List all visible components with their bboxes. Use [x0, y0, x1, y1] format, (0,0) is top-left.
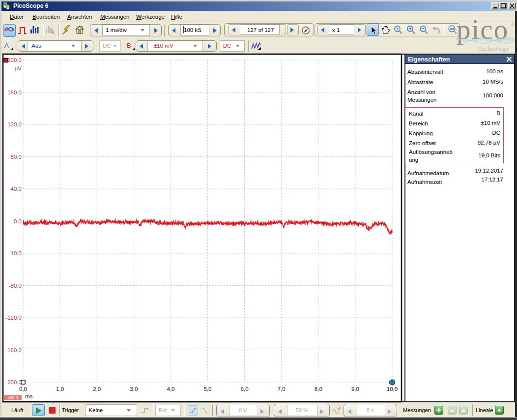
svg-text:5,0: 5,0: [204, 386, 212, 392]
svg-text:-80,0: -80,0: [9, 283, 22, 289]
svg-text:7,0: 7,0: [278, 386, 286, 392]
svg-text:x50,0: x50,0: [8, 395, 18, 400]
svg-text:-120,0: -120,0: [5, 315, 22, 321]
svg-text:80,0: 80,0: [11, 154, 22, 160]
svg-text:200,0: 200,0: [7, 57, 22, 63]
svg-text:120,0: 120,0: [7, 121, 22, 127]
svg-text:-160,0: -160,0: [5, 347, 22, 353]
svg-text:1,0: 1,0: [56, 386, 64, 392]
svg-text:40,0: 40,0: [11, 186, 22, 192]
svg-text:8,0: 8,0: [315, 386, 322, 392]
svg-text:0,0: 0,0: [14, 218, 22, 224]
svg-text:4,0: 4,0: [167, 386, 174, 392]
svg-text:6,0: 6,0: [241, 386, 249, 392]
svg-text:-40,0: -40,0: [9, 250, 22, 256]
svg-text:ms: ms: [25, 393, 33, 399]
svg-text:µV: µV: [15, 65, 22, 71]
svg-text:2,0: 2,0: [93, 386, 101, 392]
svg-text:3,0: 3,0: [130, 386, 138, 392]
svg-text:9,0: 9,0: [351, 386, 359, 392]
svg-text:10,0: 10,0: [387, 386, 398, 392]
svg-text:-200,0: -200,0: [5, 379, 22, 385]
svg-text:160,0: 160,0: [7, 90, 22, 95]
svg-text:0,0: 0,0: [19, 386, 27, 392]
